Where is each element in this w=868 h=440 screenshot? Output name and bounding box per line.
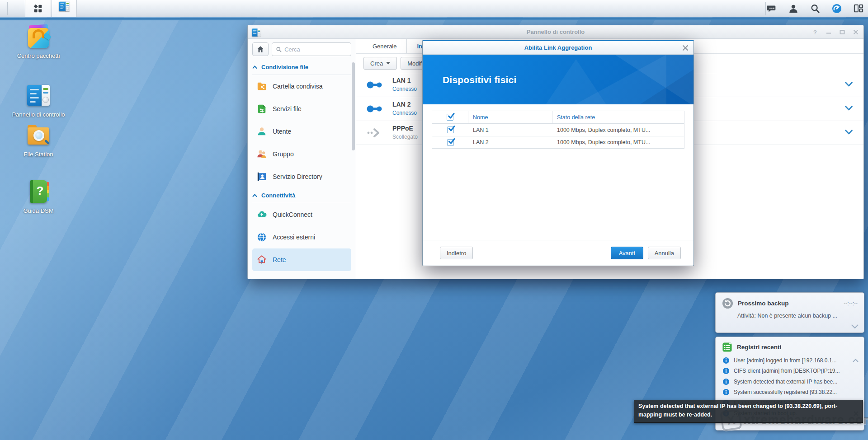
chevron-down-icon[interactable] <box>845 106 853 111</box>
sidebar-item-servizio-directory[interactable]: Servizio Directory <box>252 165 351 188</box>
row-checkbox[interactable] <box>447 139 454 146</box>
desktop-icon-label: File Station <box>9 151 68 158</box>
create-button[interactable]: Crea <box>363 57 397 70</box>
back-button[interactable]: Indietro <box>440 247 473 259</box>
sidebar-item-accessi-esterni[interactable]: Accessi esterni <box>252 226 351 248</box>
desktop-icon-label: Centro pacchetti <box>9 52 68 60</box>
sidebar-item-servizi-file[interactable]: Servizi file <box>252 98 351 120</box>
backup-next-time: --:--:-- <box>844 300 858 307</box>
log-entry[interactable]: CIFS client [admin] from [DESKTOP(IP:19.… <box>716 366 864 377</box>
log-text: System successfully registered [93.38.22… <box>734 389 859 395</box>
cell-name: LAN 1 <box>468 127 552 133</box>
chevron-down-icon[interactable] <box>845 82 853 87</box>
log-entry[interactable]: System successfully registered [93.38.22… <box>716 387 864 398</box>
notifications-chat-icon[interactable] <box>767 4 777 14</box>
cell-status: 1000 Mbps, Duplex completo, MTU... <box>552 139 684 145</box>
widgets-panel-icon[interactable] <box>854 4 863 14</box>
log-text: User [admin] logged in from [192.168.0.1… <box>734 357 848 364</box>
select-all-checkbox[interactable] <box>447 114 453 121</box>
sidebar-item-gruppo[interactable]: Gruppo <box>252 143 351 165</box>
minimize-button[interactable] <box>826 29 832 35</box>
chevron-down-icon[interactable] <box>851 324 859 329</box>
close-icon[interactable] <box>682 44 689 51</box>
sidebar-item-quickconnect[interactable]: QuickConnect <box>252 203 351 226</box>
sidebar-scrollbar[interactable] <box>352 62 355 150</box>
resource-monitor-icon[interactable] <box>832 4 842 14</box>
checkmark-icon <box>448 125 455 132</box>
chevron-down-icon[interactable] <box>845 130 853 135</box>
taskbar <box>0 0 868 17</box>
row-checkbox[interactable] <box>447 126 454 133</box>
tab-generale[interactable]: Generale <box>363 39 406 53</box>
taskbar-tray <box>767 0 863 17</box>
logs-icon <box>722 342 732 352</box>
cancel-button[interactable]: Annulla <box>648 247 681 259</box>
column-header-stato[interactable]: Stato della rete <box>552 114 684 121</box>
main-menu-button[interactable] <box>25 0 51 17</box>
directory-service-icon <box>257 172 267 182</box>
sidebar-item-label: Accessi esterni <box>273 234 315 241</box>
info-icon <box>723 368 729 374</box>
network-icon <box>257 255 267 265</box>
cell-name: LAN 2 <box>468 139 552 145</box>
window-controls: ? <box>812 25 859 39</box>
banner-facet <box>540 59 612 104</box>
sidebar-section-condivisione-file[interactable]: Condivisione file <box>252 60 351 75</box>
log-entry[interactable]: System detected that external IP has bee… <box>716 376 864 387</box>
desktop-icon-package-center[interactable]: Centro pacchetti <box>9 23 68 60</box>
sidebar-item-label: Servizi file <box>273 105 302 112</box>
dialog-step-title: Dispositivi fisici <box>443 75 516 85</box>
help-button[interactable]: ? <box>812 29 818 35</box>
interface-status: Connesso <box>392 110 417 116</box>
info-icon <box>723 379 729 385</box>
main-menu-icon <box>33 4 43 14</box>
table-header-row: Nome Stato della rete <box>432 111 684 124</box>
pppoe-disconnected-icon <box>366 127 383 138</box>
log-entry[interactable]: User [admin] logged in from [192.168.0.1… <box>716 355 864 366</box>
sidebar-item-label: Gruppo <box>273 150 294 158</box>
sidebar-section-connettivita[interactable]: Connettività <box>252 188 351 203</box>
home-button[interactable] <box>252 42 269 56</box>
log-text: System detected that external IP has bee… <box>734 379 859 385</box>
desktop-icon-file-station[interactable]: File Station <box>9 122 68 158</box>
sidebar-search[interactable] <box>272 42 351 56</box>
control-panel-sidebar: Condivisione file Cartella condivisa <box>248 39 356 279</box>
close-button[interactable] <box>853 29 859 35</box>
chevron-up-icon[interactable] <box>853 359 859 362</box>
file-station-icon <box>25 122 52 148</box>
create-button-label: Crea <box>370 60 383 67</box>
lan-connected-icon <box>366 80 383 90</box>
sidebar-item-cartella-condivisa[interactable]: Cartella condivisa <box>252 75 351 98</box>
maximize-button[interactable] <box>839 29 845 35</box>
caret-down-icon <box>386 62 390 65</box>
logs-widget-title: Registri recenti <box>737 344 858 351</box>
shared-folder-icon <box>257 81 267 91</box>
dialog-title: Abilita Link Aggregation <box>423 44 693 51</box>
table-row-lan1[interactable]: LAN 1 1000 Mbps, Duplex completo, MTU... <box>432 124 684 136</box>
search-icon[interactable] <box>810 4 820 14</box>
sidebar-item-label: Utente <box>273 128 291 135</box>
sidebar-item-utente[interactable]: Utente <box>252 120 351 143</box>
desktop-icon-control-panel[interactable]: Pannello di controllo <box>0 82 77 118</box>
control-panel-icon <box>25 82 52 108</box>
search-input[interactable] <box>284 46 347 53</box>
sidebar-item-rete[interactable]: Rete <box>252 248 351 271</box>
dialog-titlebar[interactable]: Abilita Link Aggregation <box>423 41 693 55</box>
column-header-nome[interactable]: Nome <box>468 111 552 123</box>
next-button[interactable]: Avanti <box>611 247 643 259</box>
user-menu-icon[interactable] <box>788 4 798 14</box>
sidebar-item-label: Cartella condivisa <box>273 83 323 90</box>
desktop-icon-dsm-help[interactable]: ? Guida DSM <box>9 178 68 215</box>
log-text: CIFS client [admin] from [DESKTOP(IP:19.… <box>734 368 859 374</box>
group-icon <box>257 149 267 159</box>
window-titlebar[interactable]: Pannello di controllo ? <box>248 25 863 39</box>
sidebar-item-label: Servizio Directory <box>273 173 322 180</box>
external-access-icon <box>257 232 267 242</box>
taskbar-control-panel-button[interactable] <box>52 0 77 17</box>
user-icon <box>257 126 267 136</box>
dsm-help-icon: ? <box>25 178 52 205</box>
sidebar-item-wireless[interactable]: Wireless <box>252 271 351 279</box>
table-row-lan2[interactable]: LAN 2 1000 Mbps, Duplex completo, MTU... <box>432 136 684 148</box>
link-aggregation-dialog: Abilita Link Aggregation Dispositivi fis… <box>422 40 694 266</box>
log-tooltip: System detected that external IP has bee… <box>634 400 863 423</box>
